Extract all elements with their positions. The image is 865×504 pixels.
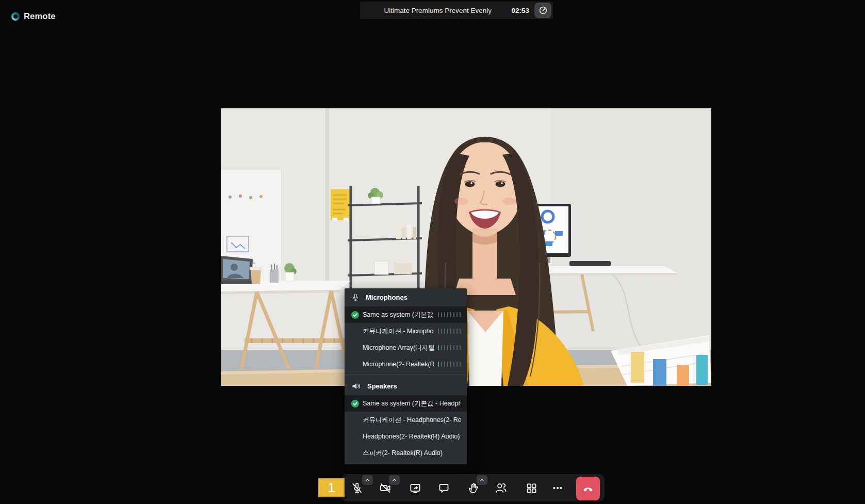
participants-icon (494, 481, 508, 495)
device-label: Same as system (기본값 - Headpho... (363, 399, 461, 408)
more-options-icon (551, 482, 564, 494)
chevron-up-icon (365, 477, 370, 483)
menu-separator (345, 375, 467, 375)
speakers-header: Speakers (345, 377, 467, 395)
grid-view-icon (525, 482, 538, 495)
mic-off-icon (350, 481, 364, 495)
chevron-up-icon (479, 477, 485, 483)
camera-options-expander[interactable] (389, 475, 400, 485)
device-label: 커뮤니케이션 - Microphon... (363, 327, 434, 336)
microphone-icon (352, 293, 359, 302)
call-toolbar (341, 474, 605, 501)
device-label: Same as system (기본값 -... (363, 311, 434, 319)
speaker-option-same-as-system[interactable]: Same as system (기본값 - Headpho... (345, 395, 467, 412)
audio-devices-menu: Microphones Same as system (기본값 -... 커뮤니… (345, 288, 467, 464)
microphones-header: Microphones (345, 288, 467, 306)
speedometer-icon (538, 6, 548, 15)
chat-icon (437, 482, 450, 495)
grid-view-button[interactable] (521, 478, 542, 498)
participants-count-badge[interactable]: 1 (318, 478, 345, 497)
mic-level-meter (438, 312, 461, 317)
logo-ring-icon (11, 12, 20, 21)
mic-option-microphone-array[interactable]: Microphone Array(디지털 ... (345, 339, 467, 356)
speaker-option-speaker[interactable]: 스피커(2- Realtek(R) Audio) (345, 445, 467, 461)
microphones-header-label: Microphones (366, 294, 407, 301)
app-window: Remote Ultimate Premiums Prevent Evenly … (0, 0, 865, 504)
logo-text: Remote (24, 11, 56, 21)
device-label: Headphones(2- Realtek(R) Audio) (363, 433, 461, 440)
device-label: 스피커(2- Realtek(R) Audio) (363, 449, 461, 458)
app-logo: Remote (11, 11, 56, 21)
chat-button[interactable] (433, 478, 454, 498)
speaker-option-communication[interactable]: 커뮤니케이션 - Headphones(2- Rea... (345, 412, 467, 428)
screen-share-button[interactable] (405, 478, 426, 498)
mic-options-expander[interactable] (362, 475, 373, 485)
network-stats-button[interactable] (534, 3, 551, 18)
meeting-title: Ultimate Premiums Prevent Evenly (367, 7, 508, 14)
mic-level-meter (438, 345, 461, 350)
mic-option-microphone-2[interactable]: Microphone(2- Realtek(R)... (345, 356, 467, 372)
device-label: 커뮤니케이션 - Headphones(2- Rea... (363, 416, 461, 425)
chevron-up-icon (391, 477, 397, 483)
selected-check-icon (350, 400, 360, 408)
participants-button[interactable] (491, 478, 511, 498)
meeting-timer: 02:53 (511, 7, 529, 14)
device-label: Microphone Array(디지털 ... (363, 344, 434, 352)
raise-hand-options-expander[interactable] (477, 475, 487, 485)
screen-share-icon (409, 481, 422, 495)
mic-option-same-as-system[interactable]: Same as system (기본값 -... (345, 306, 467, 323)
more-options-button[interactable] (547, 478, 568, 498)
participants-count: 1 (328, 480, 335, 496)
device-label: Microphone(2- Realtek(R)... (363, 361, 434, 368)
mic-option-communication[interactable]: 커뮤니케이션 - Microphon... (345, 323, 467, 339)
meeting-titlebar: Ultimate Premiums Prevent Evenly 02:53 (360, 2, 553, 19)
selected-check-icon (350, 311, 360, 319)
end-call-icon (581, 481, 595, 496)
speakers-header-label: Speakers (367, 382, 397, 390)
mic-level-meter (438, 362, 461, 367)
end-call-button[interactable] (576, 477, 600, 500)
speaker-option-headphones[interactable]: Headphones(2- Realtek(R) Audio) (345, 428, 467, 445)
speaker-icon (352, 382, 361, 390)
mic-level-meter (438, 329, 461, 334)
